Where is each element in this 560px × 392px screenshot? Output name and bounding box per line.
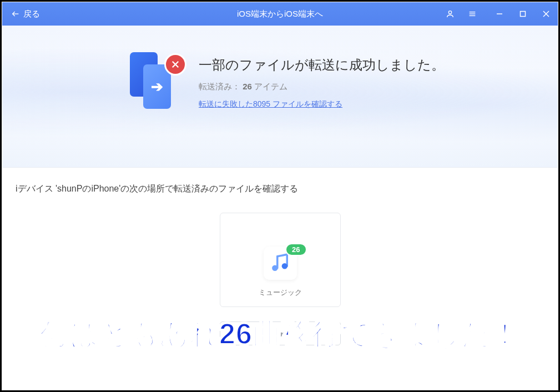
music-icon-wrap: 26 bbox=[264, 247, 297, 280]
window-controls bbox=[488, 2, 558, 26]
menu-icon bbox=[468, 9, 477, 18]
summary-prefix: 転送済み： bbox=[199, 82, 240, 91]
ok-button[interactable]: OK bbox=[220, 321, 341, 345]
minimize-icon bbox=[496, 11, 503, 17]
arrow-left-icon bbox=[11, 9, 20, 18]
partial-fail-badge bbox=[164, 53, 186, 76]
svg-point-12 bbox=[281, 263, 287, 269]
account-button[interactable] bbox=[439, 2, 461, 26]
maximize-button[interactable] bbox=[511, 2, 534, 26]
x-icon bbox=[170, 59, 180, 69]
arrow-right-icon: ➔ bbox=[151, 78, 163, 96]
titlebar-actions bbox=[439, 2, 558, 26]
svg-point-11 bbox=[272, 265, 278, 272]
minimize-button[interactable] bbox=[488, 2, 511, 26]
close-button[interactable] bbox=[534, 2, 558, 26]
maximize-icon bbox=[519, 11, 526, 17]
back-button[interactable]: 戻る bbox=[2, 9, 49, 19]
summary-suffix: アイテム bbox=[254, 82, 287, 91]
result-headline: 一部のファイルが転送に成功しました。 bbox=[199, 56, 445, 74]
menu-button[interactable] bbox=[461, 2, 483, 26]
summary-count: 26 bbox=[243, 82, 252, 91]
result-text: 一部のファイルが転送に成功しました。 転送済み： 26 アイテム 転送に失敗した… bbox=[199, 56, 445, 109]
titlebar: 戻る iOS端末からiOS端末へ bbox=[2, 2, 558, 26]
category-card-music[interactable]: 26 ミュージック bbox=[220, 213, 341, 307]
result-hero: ➔ 一部のファイルが転送に成功しました。 転送済み： 26 アイテム 転送に失敗… bbox=[2, 26, 558, 168]
count-badge: 26 bbox=[285, 243, 306, 256]
close-icon bbox=[543, 11, 549, 17]
failed-files-link[interactable]: 転送に失敗した8095 ファイルを確認する bbox=[199, 99, 342, 108]
summary-line: 転送済み： 26 アイテム bbox=[199, 82, 445, 92]
body-area: iデバイス 'shunPのiPhone'の次の場所で転送済みのファイルを確認する… bbox=[2, 168, 558, 345]
svg-point-1 bbox=[448, 11, 451, 14]
back-label: 戻る bbox=[23, 9, 40, 19]
user-icon bbox=[446, 9, 455, 18]
svg-rect-6 bbox=[521, 12, 526, 17]
category-label: ミュージック bbox=[226, 288, 335, 298]
transfer-illustration: ➔ bbox=[130, 52, 180, 113]
device-sentence: iデバイス 'shunPのiPhone'の次の場所で転送済みのファイルを確認する bbox=[16, 183, 544, 195]
